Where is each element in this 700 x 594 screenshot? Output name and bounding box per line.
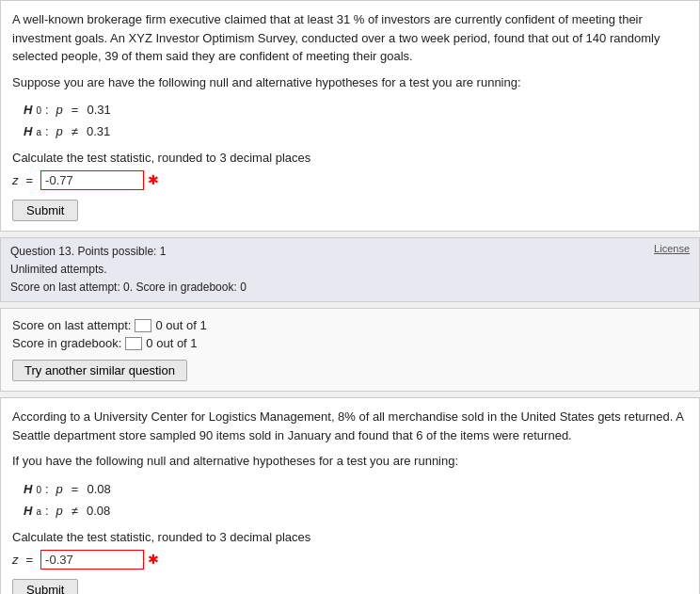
score-attempt-line: Score on last attempt: 0 out of 1	[12, 318, 688, 332]
question-meta-bar: Question 13. Points possible: 1 Unlimite…	[0, 237, 700, 303]
question-1-block: A well-known brokerage firm executive cl…	[0, 0, 700, 232]
q1-ha-val: 0.31	[87, 120, 110, 142]
q1-ha-var: p	[56, 120, 63, 142]
score-gradebook-label: Score in gradebook:	[12, 336, 121, 350]
q1-h0-label: H	[24, 99, 32, 120]
meta-line3: Score on last attempt: 0. Score in grade…	[10, 279, 247, 297]
q1-paragraph: A well-known brokerage firm executive cl…	[12, 10, 688, 66]
try-similar-button[interactable]: Try another similar question	[12, 360, 187, 381]
question-2-block: According to a University Center for Log…	[0, 397, 700, 594]
q2-asterisk: ✱	[148, 552, 159, 567]
score-attempt-label: Score on last attempt:	[12, 318, 131, 332]
meta-line1: Question 13. Points possible: 1	[10, 243, 247, 261]
score-attempt-box	[135, 319, 151, 332]
q1-z-input-row: z = ✱	[12, 170, 688, 190]
q1-calculate-label: Calculate the test statistic, rounded to…	[12, 151, 688, 165]
q2-calculate-label: Calculate the test statistic, rounded to…	[12, 530, 688, 544]
meta-left: Question 13. Points possible: 1 Unlimite…	[10, 243, 247, 297]
q2-ha-colon: :	[45, 500, 49, 522]
q1-h0-val: 0.31	[87, 99, 110, 120]
q1-h0-var: p	[56, 99, 63, 120]
q2-h0-colon: :	[45, 478, 49, 500]
q2-h0-eq: =	[72, 478, 79, 500]
q1-h0-eq: =	[72, 99, 79, 120]
q1-asterisk: ✱	[148, 172, 159, 187]
q2-ha-val: 0.08	[87, 500, 110, 522]
q1-z-equals: =	[26, 173, 34, 187]
score-section: Score on last attempt: 0 out of 1 Score …	[0, 308, 700, 392]
q1-suppose: Suppose you are have the following null …	[12, 73, 688, 92]
q2-ha-label: H	[24, 500, 32, 522]
q2-ha-line: Ha:p≠0.08	[24, 500, 688, 522]
q2-paragraph2: If you have the following null and alter…	[12, 452, 688, 471]
q2-z-label: z	[12, 553, 19, 567]
score-gradebook-val: 0 out of 1	[146, 336, 197, 350]
q2-h0-line: H0:p=0.08	[24, 478, 688, 500]
score-gradebook-box	[125, 337, 142, 350]
q2-paragraph1: According to a University Center for Log…	[12, 408, 688, 444]
q2-z-input[interactable]	[40, 550, 144, 570]
q2-ha-neq: ≠	[72, 500, 78, 522]
q1-ha-label: H	[24, 120, 32, 142]
q2-h0-label: H	[24, 478, 32, 500]
q1-h0-line: H0:p=0.31	[24, 99, 688, 120]
q2-submit-button[interactable]: Submit	[12, 579, 78, 594]
q1-submit-button[interactable]: Submit	[12, 200, 78, 221]
page-wrapper: A well-known brokerage firm executive cl…	[0, 0, 700, 594]
q1-h0-sub: 0	[36, 103, 41, 120]
license-link[interactable]: License	[654, 243, 690, 254]
score-attempt-val: 0 out of 1	[155, 318, 206, 332]
q2-ha-sub: a	[36, 504, 41, 521]
q1-z-label: z	[12, 173, 19, 187]
q1-ha-neq: ≠	[72, 120, 78, 142]
q2-h0-var: p	[56, 478, 63, 500]
q1-hypotheses: H0:p=0.31 Ha:p≠0.31	[24, 99, 688, 143]
q1-ha-sub: a	[36, 124, 41, 141]
score-gradebook-line: Score in gradebook: 0 out of 1	[12, 336, 688, 350]
q1-z-input[interactable]	[40, 170, 144, 190]
q2-h0-sub: 0	[36, 482, 41, 499]
q2-z-equals: =	[26, 553, 34, 567]
q2-h0-val: 0.08	[87, 478, 110, 500]
q2-hypotheses: H0:p=0.08 Ha:p≠0.08	[24, 478, 688, 522]
q2-ha-var: p	[56, 500, 63, 522]
meta-line2: Unlimited attempts.	[10, 261, 247, 279]
q1-ha-line: Ha:p≠0.31	[24, 120, 688, 142]
q1-h0-colon: :	[45, 99, 49, 120]
q2-z-input-row: z = ✱	[12, 550, 688, 570]
q1-ha-colon: :	[45, 120, 49, 142]
